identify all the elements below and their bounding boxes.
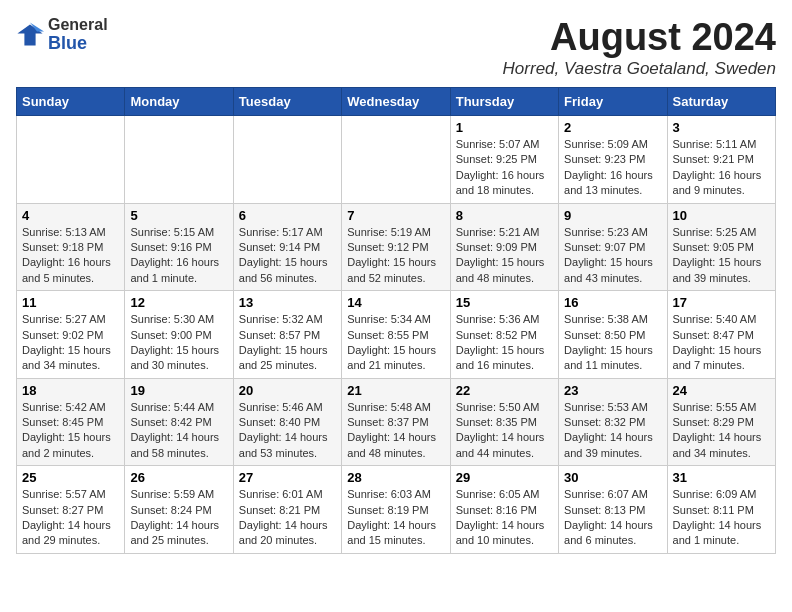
calendar-cell — [342, 116, 450, 204]
calendar-cell: 28Sunrise: 6:03 AM Sunset: 8:19 PM Dayli… — [342, 466, 450, 554]
day-info: Sunrise: 5:25 AM Sunset: 9:05 PM Dayligh… — [673, 225, 770, 287]
calendar-cell: 16Sunrise: 5:38 AM Sunset: 8:50 PM Dayli… — [559, 291, 667, 379]
day-info: Sunrise: 5:57 AM Sunset: 8:27 PM Dayligh… — [22, 487, 119, 549]
day-number: 18 — [22, 383, 119, 398]
calendar-cell: 3Sunrise: 5:11 AM Sunset: 9:21 PM Daylig… — [667, 116, 775, 204]
logo-icon — [16, 21, 44, 49]
day-info: Sunrise: 5:30 AM Sunset: 9:00 PM Dayligh… — [130, 312, 227, 374]
day-info: Sunrise: 5:48 AM Sunset: 8:37 PM Dayligh… — [347, 400, 444, 462]
calendar-cell: 9Sunrise: 5:23 AM Sunset: 9:07 PM Daylig… — [559, 203, 667, 291]
day-number: 11 — [22, 295, 119, 310]
day-number: 12 — [130, 295, 227, 310]
calendar-cell: 31Sunrise: 6:09 AM Sunset: 8:11 PM Dayli… — [667, 466, 775, 554]
day-number: 2 — [564, 120, 661, 135]
day-number: 1 — [456, 120, 553, 135]
day-info: Sunrise: 5:21 AM Sunset: 9:09 PM Dayligh… — [456, 225, 553, 287]
day-number: 29 — [456, 470, 553, 485]
day-number: 3 — [673, 120, 770, 135]
calendar-cell: 10Sunrise: 5:25 AM Sunset: 9:05 PM Dayli… — [667, 203, 775, 291]
calendar-cell: 29Sunrise: 6:05 AM Sunset: 8:16 PM Dayli… — [450, 466, 558, 554]
day-number: 17 — [673, 295, 770, 310]
day-number: 7 — [347, 208, 444, 223]
calendar-subtitle: Horred, Vaestra Goetaland, Sweden — [503, 59, 776, 79]
day-number: 6 — [239, 208, 336, 223]
calendar-cell: 25Sunrise: 5:57 AM Sunset: 8:27 PM Dayli… — [17, 466, 125, 554]
weekday-header-tuesday: Tuesday — [233, 88, 341, 116]
day-info: Sunrise: 5:19 AM Sunset: 9:12 PM Dayligh… — [347, 225, 444, 287]
weekday-header-monday: Monday — [125, 88, 233, 116]
calendar-cell: 17Sunrise: 5:40 AM Sunset: 8:47 PM Dayli… — [667, 291, 775, 379]
logo: General Blue — [16, 16, 108, 53]
week-row-2: 4Sunrise: 5:13 AM Sunset: 9:18 PM Daylig… — [17, 203, 776, 291]
day-info: Sunrise: 5:15 AM Sunset: 9:16 PM Dayligh… — [130, 225, 227, 287]
calendar-cell: 21Sunrise: 5:48 AM Sunset: 8:37 PM Dayli… — [342, 378, 450, 466]
day-info: Sunrise: 6:03 AM Sunset: 8:19 PM Dayligh… — [347, 487, 444, 549]
day-info: Sunrise: 5:40 AM Sunset: 8:47 PM Dayligh… — [673, 312, 770, 374]
calendar-cell — [233, 116, 341, 204]
weekday-header-thursday: Thursday — [450, 88, 558, 116]
week-row-4: 18Sunrise: 5:42 AM Sunset: 8:45 PM Dayli… — [17, 378, 776, 466]
calendar-cell — [125, 116, 233, 204]
calendar-cell: 1Sunrise: 5:07 AM Sunset: 9:25 PM Daylig… — [450, 116, 558, 204]
weekday-header-row: SundayMondayTuesdayWednesdayThursdayFrid… — [17, 88, 776, 116]
day-number: 23 — [564, 383, 661, 398]
day-number: 10 — [673, 208, 770, 223]
calendar-cell: 5Sunrise: 5:15 AM Sunset: 9:16 PM Daylig… — [125, 203, 233, 291]
calendar-cell: 2Sunrise: 5:09 AM Sunset: 9:23 PM Daylig… — [559, 116, 667, 204]
day-info: Sunrise: 5:11 AM Sunset: 9:21 PM Dayligh… — [673, 137, 770, 199]
calendar-cell — [17, 116, 125, 204]
weekday-header-friday: Friday — [559, 88, 667, 116]
day-info: Sunrise: 5:42 AM Sunset: 8:45 PM Dayligh… — [22, 400, 119, 462]
day-number: 13 — [239, 295, 336, 310]
calendar-cell: 4Sunrise: 5:13 AM Sunset: 9:18 PM Daylig… — [17, 203, 125, 291]
calendar-cell: 8Sunrise: 5:21 AM Sunset: 9:09 PM Daylig… — [450, 203, 558, 291]
calendar-cell: 6Sunrise: 5:17 AM Sunset: 9:14 PM Daylig… — [233, 203, 341, 291]
calendar-cell: 23Sunrise: 5:53 AM Sunset: 8:32 PM Dayli… — [559, 378, 667, 466]
calendar-cell: 7Sunrise: 5:19 AM Sunset: 9:12 PM Daylig… — [342, 203, 450, 291]
day-number: 26 — [130, 470, 227, 485]
day-info: Sunrise: 5:34 AM Sunset: 8:55 PM Dayligh… — [347, 312, 444, 374]
day-number: 24 — [673, 383, 770, 398]
week-row-3: 11Sunrise: 5:27 AM Sunset: 9:02 PM Dayli… — [17, 291, 776, 379]
day-number: 15 — [456, 295, 553, 310]
day-info: Sunrise: 5:27 AM Sunset: 9:02 PM Dayligh… — [22, 312, 119, 374]
calendar-cell: 18Sunrise: 5:42 AM Sunset: 8:45 PM Dayli… — [17, 378, 125, 466]
day-info: Sunrise: 5:53 AM Sunset: 8:32 PM Dayligh… — [564, 400, 661, 462]
calendar-cell: 22Sunrise: 5:50 AM Sunset: 8:35 PM Dayli… — [450, 378, 558, 466]
day-number: 19 — [130, 383, 227, 398]
day-number: 4 — [22, 208, 119, 223]
day-number: 8 — [456, 208, 553, 223]
day-info: Sunrise: 6:07 AM Sunset: 8:13 PM Dayligh… — [564, 487, 661, 549]
calendar-cell: 19Sunrise: 5:44 AM Sunset: 8:42 PM Dayli… — [125, 378, 233, 466]
day-info: Sunrise: 5:59 AM Sunset: 8:24 PM Dayligh… — [130, 487, 227, 549]
day-info: Sunrise: 5:46 AM Sunset: 8:40 PM Dayligh… — [239, 400, 336, 462]
day-number: 22 — [456, 383, 553, 398]
header: General Blue August 2024 Horred, Vaestra… — [16, 16, 776, 79]
day-info: Sunrise: 6:01 AM Sunset: 8:21 PM Dayligh… — [239, 487, 336, 549]
day-info: Sunrise: 5:55 AM Sunset: 8:29 PM Dayligh… — [673, 400, 770, 462]
weekday-header-wednesday: Wednesday — [342, 88, 450, 116]
day-info: Sunrise: 5:23 AM Sunset: 9:07 PM Dayligh… — [564, 225, 661, 287]
day-number: 16 — [564, 295, 661, 310]
week-row-5: 25Sunrise: 5:57 AM Sunset: 8:27 PM Dayli… — [17, 466, 776, 554]
day-number: 28 — [347, 470, 444, 485]
day-info: Sunrise: 5:32 AM Sunset: 8:57 PM Dayligh… — [239, 312, 336, 374]
calendar-cell: 27Sunrise: 6:01 AM Sunset: 8:21 PM Dayli… — [233, 466, 341, 554]
calendar-cell: 15Sunrise: 5:36 AM Sunset: 8:52 PM Dayli… — [450, 291, 558, 379]
day-number: 20 — [239, 383, 336, 398]
day-number: 14 — [347, 295, 444, 310]
day-info: Sunrise: 5:36 AM Sunset: 8:52 PM Dayligh… — [456, 312, 553, 374]
calendar-cell: 24Sunrise: 5:55 AM Sunset: 8:29 PM Dayli… — [667, 378, 775, 466]
day-number: 9 — [564, 208, 661, 223]
calendar-cell: 20Sunrise: 5:46 AM Sunset: 8:40 PM Dayli… — [233, 378, 341, 466]
day-info: Sunrise: 6:05 AM Sunset: 8:16 PM Dayligh… — [456, 487, 553, 549]
calendar-table: SundayMondayTuesdayWednesdayThursdayFrid… — [16, 87, 776, 554]
calendar-cell: 30Sunrise: 6:07 AM Sunset: 8:13 PM Dayli… — [559, 466, 667, 554]
calendar-cell: 13Sunrise: 5:32 AM Sunset: 8:57 PM Dayli… — [233, 291, 341, 379]
day-number: 27 — [239, 470, 336, 485]
day-info: Sunrise: 6:09 AM Sunset: 8:11 PM Dayligh… — [673, 487, 770, 549]
day-info: Sunrise: 5:09 AM Sunset: 9:23 PM Dayligh… — [564, 137, 661, 199]
day-info: Sunrise: 5:44 AM Sunset: 8:42 PM Dayligh… — [130, 400, 227, 462]
day-number: 30 — [564, 470, 661, 485]
day-info: Sunrise: 5:38 AM Sunset: 8:50 PM Dayligh… — [564, 312, 661, 374]
